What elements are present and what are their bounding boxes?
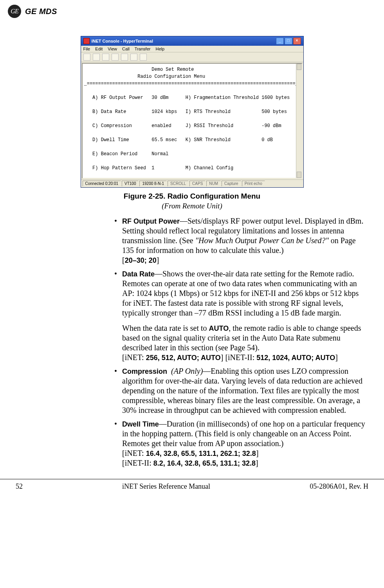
tool-icon-5[interactable]	[121, 54, 128, 61]
menu-help[interactable]: Help	[155, 47, 164, 51]
footer-right: 05-2806A01, Rev. H	[310, 482, 368, 491]
b1-label: RF Output Power	[122, 217, 180, 225]
bullet-compression: Compression (AP Only)—Enabling this opti…	[114, 366, 368, 415]
page-footer: 52 iNET Series Reference Manual 05-2806A…	[0, 479, 384, 498]
b2-l3b: 256, 512, AUTO; AUTO	[146, 354, 221, 362]
terminal-text: Demo Set Remote Radio Configuration Menu…	[84, 67, 298, 179]
new-icon[interactable]	[83, 54, 90, 61]
b1-quote: "How Much Output Power Can be Used?"	[195, 236, 329, 245]
b4-text: —Duration (in milliseconds) of one hop o…	[122, 419, 365, 448]
close-button[interactable]: ×	[293, 38, 301, 45]
b4-l2a: [iNET:	[122, 449, 146, 457]
tool-icon-6[interactable]	[130, 54, 137, 61]
tool-icon-3[interactable]	[102, 54, 109, 61]
toolbar	[81, 52, 303, 62]
body-text: RF Output Power—Sets/displays RF power o…	[114, 216, 368, 468]
menu-file[interactable]: File	[83, 47, 90, 51]
status-port: 19200 8-N-1	[139, 181, 167, 186]
b2-text: —Shows the over-the-air data rate settin…	[122, 269, 359, 317]
b2-p2a: When the data rate is set to	[122, 324, 209, 332]
menu-transfer[interactable]: Transfer	[135, 47, 151, 51]
bullet-data-rate: Data Rate—Shows the over-the-air data ra…	[114, 269, 368, 362]
terminal-content: Demo Set Remote Radio Configuration Menu…	[82, 63, 303, 179]
statusbar: Connected 0:20:01 VT100 19200 8-N-1 SCRO…	[81, 179, 303, 187]
bullet-dwell-time: Dwell Time—Duration (in milliseconds) of…	[114, 419, 368, 468]
footer-page: 52	[16, 482, 23, 491]
b4-l2c: ]	[256, 449, 259, 457]
window-titlebar: iNET Console - HyperTerminal _ □ ×	[81, 36, 303, 46]
figure-subtitle: (From Remote Unit)	[162, 202, 222, 210]
scrollbar[interactable]	[296, 64, 302, 178]
footer-center: iNET Series Reference Manual	[122, 482, 210, 491]
window-title: iNET Console - HyperTerminal	[92, 39, 153, 43]
maximize-button[interactable]: □	[285, 38, 292, 45]
figure-label: Figure 2-25. Radio Configuration Menu	[124, 192, 260, 200]
menu-edit[interactable]: Edit	[95, 47, 103, 51]
status-num: NUM	[206, 181, 221, 186]
b4-label: Dwell Time	[122, 420, 159, 428]
menu-call[interactable]: Call	[122, 47, 130, 51]
brand-text: GE MDS	[25, 7, 57, 16]
figure-caption: Figure 2-25. Radio Configuration Menu (F…	[0, 192, 384, 211]
app-icon	[83, 38, 90, 44]
b4-l2b: 16.4, 32.8, 65.5, 131.1, 262.1; 32.8	[146, 450, 256, 457]
b1-range: 20–30; 20	[125, 256, 157, 264]
ge-logo-icon: GE	[8, 5, 21, 18]
b4-l3b: 8.2, 16.4, 32.8, 65.5, 131.1; 32.8	[153, 459, 256, 467]
b3-label: Compression	[122, 368, 167, 375]
minimize-button[interactable]: _	[276, 38, 284, 45]
open-icon[interactable]	[93, 54, 100, 61]
b2-l3e: ]	[335, 353, 338, 362]
b3-note: (AP Only)	[171, 367, 203, 375]
tool-icon-7[interactable]	[140, 54, 147, 61]
screenshot-figure: iNET Console - HyperTerminal _ □ × File …	[81, 36, 304, 188]
menubar: File Edit View Call Transfer Help	[81, 46, 303, 52]
b2-l3c: ] [iNET-II:	[221, 353, 256, 362]
b2-l3d: 512, 1024, AUTO; AUTO	[256, 354, 335, 362]
page-header: GE GE MDS	[0, 0, 384, 20]
status-emu: VT100	[122, 181, 139, 186]
status-scroll: SCROLL	[168, 181, 189, 186]
b2-auto: AUTO	[209, 324, 229, 332]
hyperterminal-window: iNET Console - HyperTerminal _ □ × File …	[81, 36, 304, 188]
b2-label: Data Rate	[122, 270, 155, 278]
status-capture: Capture	[222, 181, 241, 186]
status-printecho: Print echo	[242, 181, 265, 186]
status-connected: Connected 0:20:01	[83, 181, 121, 186]
b4-l3a: [iNET-II:	[122, 459, 153, 467]
b2-l3a: [iNET:	[122, 353, 146, 362]
status-caps: CAPS	[189, 181, 206, 186]
menu-view[interactable]: View	[108, 47, 117, 51]
bullet-rf-output-power: RF Output Power—Sets/displays RF power o…	[114, 216, 368, 265]
b4-l3c: ]	[256, 459, 258, 467]
tool-icon-4[interactable]	[112, 54, 119, 61]
